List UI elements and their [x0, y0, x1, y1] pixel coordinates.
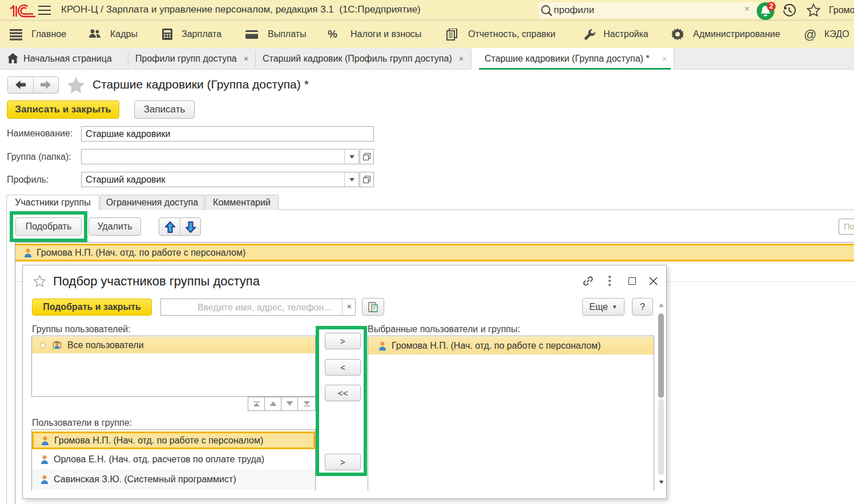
svg-text:2: 2: [769, 2, 773, 10]
